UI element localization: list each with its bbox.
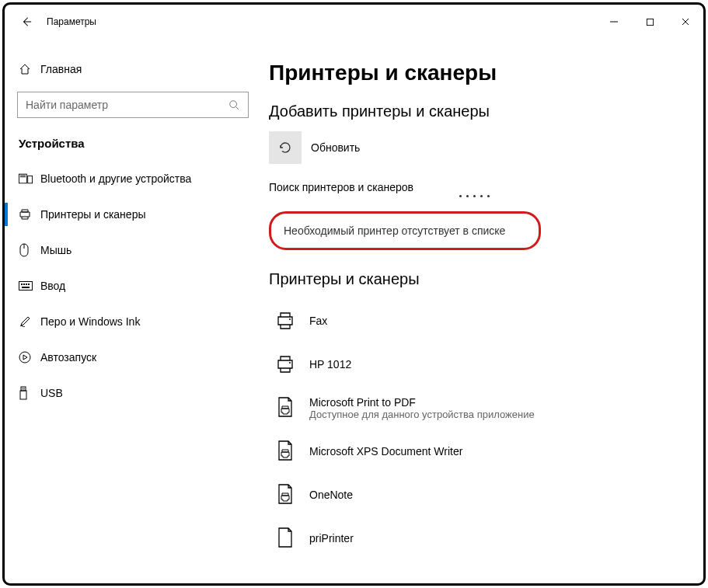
maximize-button[interactable]	[632, 9, 668, 34]
svg-rect-13	[22, 287, 30, 288]
pen-icon	[19, 315, 40, 328]
document-printer-icon	[269, 478, 302, 511]
sidebar: Главная Устройства Bluetooth и другие ус…	[5, 39, 261, 583]
home-icon	[19, 63, 40, 75]
window-controls	[596, 9, 703, 34]
add-section-title: Добавить принтеры и сканеры	[269, 103, 680, 120]
devices-icon	[19, 173, 40, 184]
device-row-fax[interactable]: Fax	[269, 299, 680, 343]
sidebar-item-typing[interactable]: Ввод	[5, 268, 261, 304]
svg-rect-12	[28, 284, 30, 285]
list-section-title: Принтеры и сканеры	[269, 270, 680, 288]
keyboard-icon	[19, 281, 40, 291]
progress-dots-icon	[269, 195, 680, 197]
svg-rect-8	[19, 282, 33, 291]
close-button[interactable]	[668, 9, 703, 34]
device-name: HP 1012	[309, 358, 351, 371]
printer-icon	[19, 208, 40, 221]
document-printer-icon	[269, 522, 302, 555]
device-name: Microsoft XPS Document Writer	[309, 445, 462, 458]
device-row-print-to-pdf[interactable]: Microsoft Print to PDF Доступное для дан…	[269, 386, 680, 430]
device-name: Microsoft Print to PDF	[309, 396, 535, 409]
sidebar-item-pen[interactable]: Перо и Windows Ink	[5, 304, 261, 339]
refresh-button[interactable]	[269, 131, 302, 164]
device-name: Fax	[309, 315, 327, 327]
settings-window: Параметры Главная	[2, 2, 706, 586]
highlight-annotation: Необходимый принтер отсутствует в списке	[269, 211, 541, 250]
svg-point-1	[230, 101, 237, 108]
device-row-priprinter[interactable]: priPrinter	[269, 517, 680, 560]
document-printer-icon	[269, 391, 302, 424]
svg-rect-10	[23, 284, 25, 285]
maximize-icon	[646, 18, 654, 26]
svg-point-14	[19, 352, 30, 363]
svg-point-20	[289, 362, 291, 364]
svg-rect-9	[21, 284, 23, 285]
svg-rect-15	[21, 387, 26, 391]
printer-icon	[269, 304, 302, 337]
sidebar-item-bluetooth[interactable]: Bluetooth и другие устройства	[5, 161, 261, 197]
device-row-hp1012[interactable]: HP 1012	[269, 343, 680, 386]
sidebar-home[interactable]: Главная	[5, 53, 261, 85]
sidebar-item-label: Перо и Windows Ink	[40, 315, 140, 328]
search-input[interactable]	[24, 98, 226, 112]
refresh-icon	[277, 140, 293, 155]
sidebar-home-label: Главная	[40, 63, 82, 75]
device-row-xps[interactable]: Microsoft XPS Document Writer	[269, 430, 680, 473]
sidebar-item-autoplay[interactable]: Автозапуск	[5, 339, 261, 375]
sidebar-item-label: Принтеры и сканеры	[40, 208, 145, 221]
document-printer-icon	[269, 435, 302, 468]
search-icon	[226, 99, 242, 110]
sidebar-item-label: Автозапуск	[40, 351, 96, 364]
sidebar-item-mouse[interactable]: Мышь	[5, 232, 261, 268]
back-arrow-icon	[21, 16, 32, 27]
sidebar-item-label: Ввод	[40, 280, 65, 292]
svg-rect-5	[20, 176, 26, 177]
svg-rect-17	[23, 388, 23, 390]
refresh-row: Обновить	[269, 131, 680, 164]
svg-rect-4	[20, 176, 26, 176]
sidebar-category: Устройства	[5, 132, 261, 161]
sidebar-item-label: Bluetooth и другие устройства	[40, 172, 191, 185]
device-sub: Доступное для данного устройства приложе…	[309, 409, 535, 420]
svg-point-19	[289, 318, 291, 320]
close-icon	[681, 17, 690, 26]
printer-not-listed-link[interactable]: Необходимый принтер отсутствует в списке	[284, 224, 526, 237]
svg-rect-3	[28, 176, 33, 183]
device-name: OneNote	[309, 489, 353, 501]
svg-rect-18	[24, 388, 25, 390]
mouse-icon	[19, 243, 40, 257]
svg-rect-16	[20, 391, 26, 399]
back-button[interactable]	[12, 8, 40, 36]
sidebar-item-usb[interactable]: USB	[5, 375, 261, 411]
minimize-icon	[609, 17, 619, 26]
main-content: Принтеры и сканеры Добавить принтеры и с…	[261, 39, 703, 583]
titlebar: Параметры	[5, 5, 703, 39]
minimize-button[interactable]	[596, 9, 632, 34]
window-body: Главная Устройства Bluetooth и другие ус…	[5, 39, 703, 583]
window-title: Параметры	[47, 16, 96, 27]
page-title: Принтеры и сканеры	[269, 61, 680, 85]
refresh-label: Обновить	[311, 141, 360, 154]
svg-rect-11	[26, 284, 27, 285]
device-row-onenote[interactable]: OneNote	[269, 473, 680, 517]
sidebar-item-printers[interactable]: Принтеры и сканеры	[5, 197, 261, 232]
device-name: priPrinter	[309, 532, 354, 545]
autoplay-icon	[19, 351, 40, 364]
usb-icon	[19, 386, 40, 400]
svg-rect-0	[647, 19, 653, 25]
searching-text: Поиск принтеров и сканеров	[269, 181, 680, 193]
search-box[interactable]	[17, 92, 249, 118]
sidebar-item-label: Мышь	[40, 244, 71, 256]
printer-icon	[269, 348, 302, 381]
sidebar-item-label: USB	[40, 387, 63, 399]
